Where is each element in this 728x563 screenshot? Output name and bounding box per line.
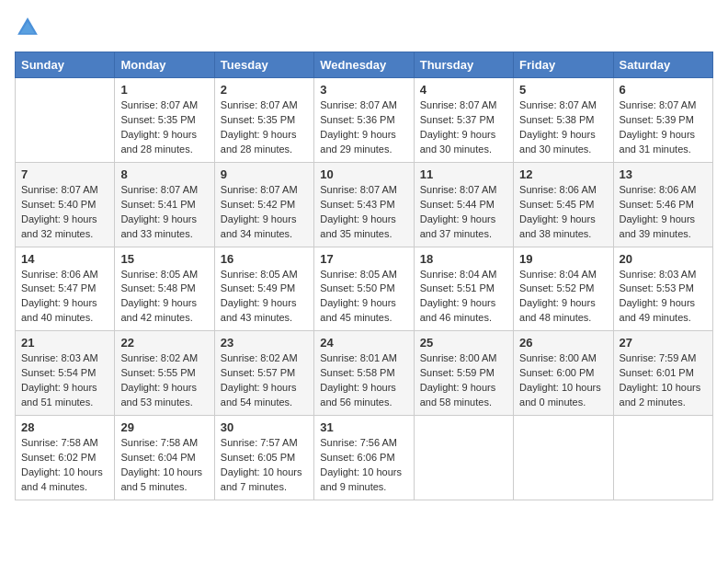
day-number: 1 bbox=[120, 83, 208, 97]
header-wednesday: Wednesday bbox=[314, 52, 414, 78]
calendar-cell: 20Sunrise: 8:03 AMSunset: 5:53 PMDayligh… bbox=[613, 247, 712, 331]
calendar-cell: 7Sunrise: 8:07 AMSunset: 5:40 PMDaylight… bbox=[16, 162, 115, 247]
cell-content: Sunrise: 8:06 AMSunset: 5:47 PMDaylight:… bbox=[21, 268, 108, 327]
logo-icon bbox=[15, 15, 40, 40]
day-number: 15 bbox=[120, 252, 208, 266]
day-number: 31 bbox=[320, 420, 407, 434]
cell-content: Sunrise: 8:07 AMSunset: 5:35 PMDaylight:… bbox=[120, 98, 208, 157]
calendar-cell: 24Sunrise: 8:01 AMSunset: 5:58 PMDayligh… bbox=[314, 331, 414, 416]
cell-content: Sunrise: 8:07 AMSunset: 5:41 PMDaylight:… bbox=[120, 183, 208, 242]
cell-content: Sunrise: 8:03 AMSunset: 5:53 PMDaylight:… bbox=[620, 268, 707, 327]
day-number: 3 bbox=[320, 83, 407, 97]
calendar-cell: 15Sunrise: 8:05 AMSunset: 5:48 PMDayligh… bbox=[115, 247, 214, 331]
cell-content: Sunrise: 8:01 AMSunset: 5:58 PMDaylight:… bbox=[320, 351, 407, 410]
week-row-2: 14Sunrise: 8:06 AMSunset: 5:47 PMDayligh… bbox=[16, 247, 713, 331]
calendar-cell: 19Sunrise: 8:04 AMSunset: 5:52 PMDayligh… bbox=[514, 247, 613, 331]
cell-content: Sunrise: 7:58 AMSunset: 6:04 PMDaylight:… bbox=[120, 436, 208, 495]
day-number: 27 bbox=[620, 336, 707, 350]
calendar-table: SundayMondayTuesdayWednesdayThursdayFrid… bbox=[15, 52, 713, 500]
header-thursday: Thursday bbox=[414, 52, 513, 78]
calendar-cell: 8Sunrise: 8:07 AMSunset: 5:41 PMDaylight… bbox=[115, 162, 214, 247]
day-number: 9 bbox=[221, 167, 308, 181]
cell-content: Sunrise: 8:07 AMSunset: 5:43 PMDaylight:… bbox=[320, 183, 407, 242]
header-tuesday: Tuesday bbox=[214, 52, 313, 78]
header-friday: Friday bbox=[514, 52, 613, 78]
day-number: 4 bbox=[420, 83, 507, 97]
day-number: 28 bbox=[21, 420, 108, 434]
header-sunday: Sunday bbox=[16, 52, 115, 78]
day-number: 10 bbox=[320, 167, 407, 181]
calendar-cell: 25Sunrise: 8:00 AMSunset: 5:59 PMDayligh… bbox=[414, 331, 513, 416]
cell-content: Sunrise: 8:07 AMSunset: 5:37 PMDaylight:… bbox=[420, 98, 507, 157]
day-number: 16 bbox=[221, 252, 308, 266]
cell-content: Sunrise: 7:58 AMSunset: 6:02 PMDaylight:… bbox=[21, 436, 108, 495]
day-number: 12 bbox=[519, 167, 607, 181]
calendar-cell: 21Sunrise: 8:03 AMSunset: 5:54 PMDayligh… bbox=[16, 331, 115, 416]
cell-content: Sunrise: 8:03 AMSunset: 5:54 PMDaylight:… bbox=[21, 351, 108, 410]
day-number: 21 bbox=[21, 336, 108, 350]
calendar-cell: 11Sunrise: 8:07 AMSunset: 5:44 PMDayligh… bbox=[414, 162, 513, 247]
cell-content: Sunrise: 8:07 AMSunset: 5:40 PMDaylight:… bbox=[21, 183, 108, 242]
week-row-4: 28Sunrise: 7:58 AMSunset: 6:02 PMDayligh… bbox=[16, 416, 713, 500]
day-number: 11 bbox=[420, 167, 507, 181]
cell-content: Sunrise: 8:07 AMSunset: 5:38 PMDaylight:… bbox=[519, 98, 607, 157]
cell-content: Sunrise: 8:00 AMSunset: 5:59 PMDaylight:… bbox=[420, 351, 507, 410]
calendar-cell: 22Sunrise: 8:02 AMSunset: 5:55 PMDayligh… bbox=[115, 331, 214, 416]
day-number: 8 bbox=[120, 167, 208, 181]
day-number: 25 bbox=[420, 336, 507, 350]
calendar-cell: 10Sunrise: 8:07 AMSunset: 5:43 PMDayligh… bbox=[314, 162, 414, 247]
calendar-cell bbox=[613, 416, 712, 500]
calendar-cell bbox=[16, 78, 115, 163]
day-number: 20 bbox=[620, 252, 707, 266]
page-header bbox=[15, 15, 713, 40]
header-monday: Monday bbox=[115, 52, 214, 78]
day-number: 14 bbox=[21, 252, 108, 266]
calendar-cell: 23Sunrise: 8:02 AMSunset: 5:57 PMDayligh… bbox=[214, 331, 313, 416]
calendar-cell: 9Sunrise: 8:07 AMSunset: 5:42 PMDaylight… bbox=[214, 162, 313, 247]
calendar-cell: 28Sunrise: 7:58 AMSunset: 6:02 PMDayligh… bbox=[16, 416, 115, 500]
day-number: 7 bbox=[21, 167, 108, 181]
calendar-cell: 31Sunrise: 7:56 AMSunset: 6:06 PMDayligh… bbox=[314, 416, 414, 500]
week-row-0: 1Sunrise: 8:07 AMSunset: 5:35 PMDaylight… bbox=[16, 78, 713, 163]
week-row-3: 21Sunrise: 8:03 AMSunset: 5:54 PMDayligh… bbox=[16, 331, 713, 416]
calendar-cell: 18Sunrise: 8:04 AMSunset: 5:51 PMDayligh… bbox=[414, 247, 513, 331]
calendar-cell bbox=[514, 416, 613, 500]
day-number: 26 bbox=[519, 336, 607, 350]
calendar-body: 1Sunrise: 8:07 AMSunset: 5:35 PMDaylight… bbox=[16, 78, 713, 500]
cell-content: Sunrise: 8:05 AMSunset: 5:48 PMDaylight:… bbox=[120, 268, 208, 327]
cell-content: Sunrise: 7:57 AMSunset: 6:05 PMDaylight:… bbox=[221, 436, 308, 495]
cell-content: Sunrise: 8:02 AMSunset: 5:55 PMDaylight:… bbox=[120, 351, 208, 410]
cell-content: Sunrise: 8:05 AMSunset: 5:50 PMDaylight:… bbox=[320, 268, 407, 327]
day-number: 24 bbox=[320, 336, 407, 350]
calendar-cell: 27Sunrise: 7:59 AMSunset: 6:01 PMDayligh… bbox=[613, 331, 712, 416]
header-saturday: Saturday bbox=[613, 52, 712, 78]
calendar-cell: 5Sunrise: 8:07 AMSunset: 5:38 PMDaylight… bbox=[514, 78, 613, 163]
calendar-cell: 6Sunrise: 8:07 AMSunset: 5:39 PMDaylight… bbox=[613, 78, 712, 163]
calendar-cell: 3Sunrise: 8:07 AMSunset: 5:36 PMDaylight… bbox=[314, 78, 414, 163]
day-number: 6 bbox=[620, 83, 707, 97]
logo bbox=[15, 15, 44, 40]
cell-content: Sunrise: 8:02 AMSunset: 5:57 PMDaylight:… bbox=[221, 351, 308, 410]
week-row-1: 7Sunrise: 8:07 AMSunset: 5:40 PMDaylight… bbox=[16, 162, 713, 247]
calendar-cell: 17Sunrise: 8:05 AMSunset: 5:50 PMDayligh… bbox=[314, 247, 414, 331]
day-number: 5 bbox=[519, 83, 607, 97]
calendar-cell: 12Sunrise: 8:06 AMSunset: 5:45 PMDayligh… bbox=[514, 162, 613, 247]
cell-content: Sunrise: 8:07 AMSunset: 5:42 PMDaylight:… bbox=[221, 183, 308, 242]
day-number: 30 bbox=[221, 420, 308, 434]
cell-content: Sunrise: 8:06 AMSunset: 5:46 PMDaylight:… bbox=[620, 183, 707, 242]
day-number: 29 bbox=[120, 420, 208, 434]
day-number: 18 bbox=[420, 252, 507, 266]
cell-content: Sunrise: 8:07 AMSunset: 5:39 PMDaylight:… bbox=[620, 98, 707, 157]
day-number: 2 bbox=[221, 83, 308, 97]
calendar-cell: 29Sunrise: 7:58 AMSunset: 6:04 PMDayligh… bbox=[115, 416, 214, 500]
calendar-cell: 4Sunrise: 8:07 AMSunset: 5:37 PMDaylight… bbox=[414, 78, 513, 163]
cell-content: Sunrise: 8:07 AMSunset: 5:44 PMDaylight:… bbox=[420, 183, 507, 242]
cell-content: Sunrise: 8:04 AMSunset: 5:52 PMDaylight:… bbox=[519, 268, 607, 327]
day-number: 22 bbox=[120, 336, 208, 350]
cell-content: Sunrise: 8:07 AMSunset: 5:36 PMDaylight:… bbox=[320, 98, 407, 157]
cell-content: Sunrise: 7:59 AMSunset: 6:01 PMDaylight:… bbox=[620, 351, 707, 410]
calendar-cell: 2Sunrise: 8:07 AMSunset: 5:35 PMDaylight… bbox=[214, 78, 313, 163]
cell-content: Sunrise: 8:06 AMSunset: 5:45 PMDaylight:… bbox=[519, 183, 607, 242]
calendar-cell: 14Sunrise: 8:06 AMSunset: 5:47 PMDayligh… bbox=[16, 247, 115, 331]
cell-content: Sunrise: 8:05 AMSunset: 5:49 PMDaylight:… bbox=[221, 268, 308, 327]
